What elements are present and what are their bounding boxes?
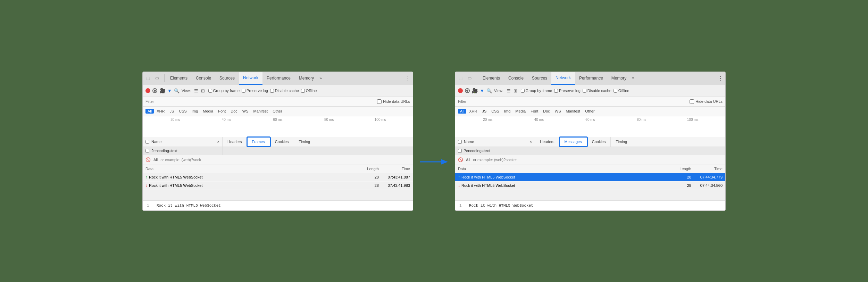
tab-console-left[interactable]: Console (192, 72, 215, 85)
tab-kebab-left[interactable]: ⋮ (404, 74, 411, 82)
type-btn-media-right[interactable]: Media (513, 109, 528, 114)
offline-checkbox-right[interactable] (614, 89, 617, 93)
stop-button-left[interactable] (152, 88, 157, 93)
type-btn-js-left[interactable]: JS (167, 109, 176, 114)
col-close-left[interactable]: × (217, 140, 219, 144)
sub-tab-headers-right[interactable]: Headers (535, 137, 560, 147)
preserve-log-checkbox-left[interactable] (242, 89, 245, 93)
type-btn-font-right[interactable]: Font (528, 109, 540, 114)
type-btn-manifest-left[interactable]: Manifest (251, 109, 270, 114)
tab-more-left[interactable]: » (319, 76, 322, 81)
type-btn-css-left[interactable]: CSS (177, 109, 189, 114)
sub-tab-timing-right[interactable]: Timing (611, 137, 632, 147)
grid-view-icon-left[interactable]: ⊞ (200, 88, 206, 94)
network-row-checkbox-right[interactable] (458, 149, 462, 153)
device-icon-right[interactable]: ▭ (466, 74, 473, 82)
sub-tab-headers-left[interactable]: Headers (223, 137, 247, 147)
frames-row-0-right[interactable]: ↑ Rock it with HTML5 WebSocket 28 07:44:… (455, 173, 725, 182)
camera-icon-right[interactable]: 🎥 (472, 88, 478, 93)
type-btn-img-left[interactable]: Img (190, 109, 200, 114)
disable-cache-checkbox-right[interactable] (583, 89, 586, 93)
preserve-log-checkbox-right[interactable] (554, 89, 558, 93)
tab-network-right[interactable]: Network (551, 72, 575, 85)
network-row-checkbox-left[interactable] (145, 149, 149, 153)
hide-data-urls-right[interactable]: Hide data URLs (690, 99, 723, 104)
tab-performance-left[interactable]: Performance (262, 72, 295, 85)
network-row-right[interactable]: ?encoding=text (455, 147, 725, 155)
type-btn-ws-right[interactable]: WS (553, 109, 563, 114)
record-button-right[interactable] (458, 88, 463, 93)
tab-network-left[interactable]: Network (239, 72, 262, 85)
tab-memory-right[interactable]: Memory (607, 72, 631, 85)
type-btn-other-right[interactable]: Other (583, 109, 597, 114)
hide-data-urls-checkbox-right[interactable] (690, 99, 694, 104)
tab-performance-right[interactable]: Performance (575, 72, 607, 85)
type-btn-manifest-right[interactable]: Manifest (564, 109, 583, 114)
group-by-frame-right[interactable]: Group by frame (521, 89, 552, 93)
frames-all-label-left[interactable]: All (153, 158, 158, 162)
frames-all-label-right[interactable]: All (466, 158, 470, 162)
type-btn-font-left[interactable]: Font (216, 109, 228, 114)
disable-cache-checkbox-left[interactable] (270, 89, 274, 93)
tab-elements-left[interactable]: Elements (166, 72, 192, 85)
frames-row-1-right[interactable]: ↓ Rock it with HTML5 WebSocket 28 07:44:… (455, 182, 725, 190)
col-name-checkbox-right[interactable] (458, 140, 462, 144)
record-button-left[interactable] (145, 88, 150, 93)
disable-cache-right[interactable]: Disable cache (583, 89, 611, 93)
col-close-right[interactable]: × (530, 140, 532, 144)
inspect-icon[interactable]: ⬚ (144, 74, 152, 82)
list-view-icon-right[interactable]: ☰ (506, 88, 512, 94)
sub-tab-cookies-right[interactable]: Cookies (587, 137, 611, 147)
offline-checkbox-left[interactable] (301, 89, 305, 93)
sub-tab-frames-left[interactable]: Frames (247, 137, 270, 147)
tab-sources-right[interactable]: Sources (528, 72, 551, 85)
group-by-frame-checkbox-right[interactable] (521, 89, 525, 93)
hide-data-urls-checkbox-left[interactable] (377, 99, 382, 104)
network-row-left[interactable]: ?encoding=text (143, 147, 413, 155)
tab-elements-right[interactable]: Elements (478, 72, 504, 85)
type-btn-all-left[interactable]: All (145, 109, 154, 114)
type-btn-xhr-left[interactable]: XHR (155, 109, 167, 114)
inspect-icon-right[interactable]: ⬚ (457, 74, 464, 82)
tab-console-right[interactable]: Console (504, 72, 528, 85)
offline-right[interactable]: Offline (614, 89, 629, 93)
frames-filter-input-right[interactable] (473, 158, 723, 162)
preserve-log-right[interactable]: Preserve log (554, 89, 581, 93)
type-btn-other-left[interactable]: Other (270, 109, 284, 114)
search-icon-left[interactable]: 🔍 (174, 88, 180, 93)
preserve-log-left[interactable]: Preserve log (242, 89, 268, 93)
filter-input-right[interactable] (458, 99, 687, 103)
offline-left[interactable]: Offline (301, 89, 317, 93)
type-btn-doc-left[interactable]: Doc (228, 109, 240, 114)
tab-memory-left[interactable]: Memory (295, 72, 318, 85)
type-btn-all-right[interactable]: All (458, 109, 466, 114)
list-view-icon-left[interactable]: ☰ (193, 88, 199, 94)
group-by-frame-left[interactable]: Group by frame (208, 89, 240, 93)
device-icon[interactable]: ▭ (153, 74, 161, 82)
tab-kebab-right[interactable]: ⋮ (716, 74, 724, 82)
col-name-checkbox-left[interactable] (145, 140, 149, 144)
filter-icon-right[interactable]: ▼ (480, 88, 484, 93)
type-btn-css-right[interactable]: CSS (489, 109, 501, 114)
filter-input-left[interactable] (145, 99, 374, 103)
type-btn-media-left[interactable]: Media (201, 109, 215, 114)
group-by-frame-checkbox-left[interactable] (208, 89, 212, 93)
type-btn-xhr-right[interactable]: XHR (467, 109, 479, 114)
type-btn-ws-left[interactable]: WS (240, 109, 251, 114)
sub-tab-cookies-left[interactable]: Cookies (270, 137, 294, 147)
frames-filter-input-left[interactable] (160, 158, 410, 162)
grid-view-icon-right[interactable]: ⊞ (512, 88, 519, 94)
frames-row-1-left[interactable]: ↓ Rock it with HTML5 WebSocket 28 07:43:… (143, 182, 413, 190)
stop-button-right[interactable] (465, 88, 470, 93)
tab-more-right[interactable]: » (632, 76, 634, 81)
type-btn-doc-right[interactable]: Doc (541, 109, 552, 114)
frames-row-0-left[interactable]: ↑ Rock it with HTML5 WebSocket 28 07:43:… (143, 173, 413, 182)
disable-cache-left[interactable]: Disable cache (270, 89, 299, 93)
sub-tab-messages-right[interactable]: Messages (560, 137, 587, 147)
sub-tab-timing-left[interactable]: Timing (294, 137, 316, 147)
type-btn-img-right[interactable]: Img (502, 109, 512, 114)
camera-icon-left[interactable]: 🎥 (159, 88, 165, 93)
tab-sources-left[interactable]: Sources (215, 72, 239, 85)
filter-icon-left[interactable]: ▼ (167, 88, 172, 93)
hide-data-urls-left[interactable]: Hide data URLs (377, 99, 410, 104)
